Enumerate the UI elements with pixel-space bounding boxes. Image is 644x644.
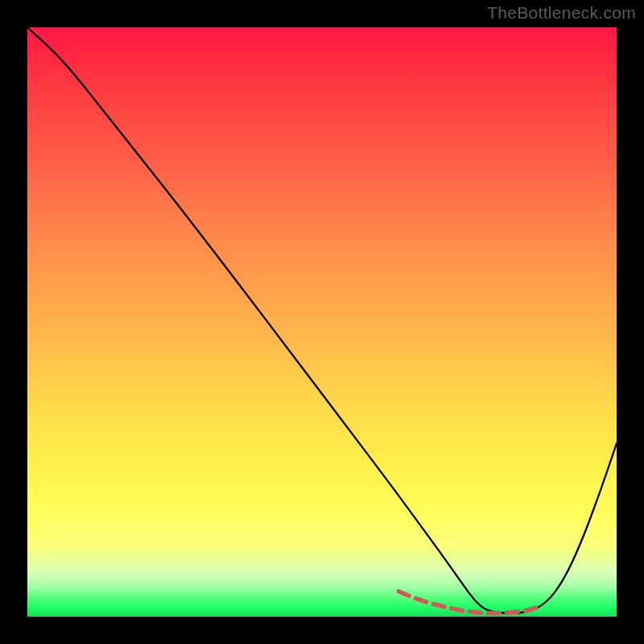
watermark-text: TheBottleneck.com [487, 3, 636, 23]
black-curve-path [27, 27, 617, 613]
chart-svg [27, 27, 617, 617]
chart-frame: TheBottleneck.com [0, 0, 644, 644]
plot-area [27, 27, 617, 617]
